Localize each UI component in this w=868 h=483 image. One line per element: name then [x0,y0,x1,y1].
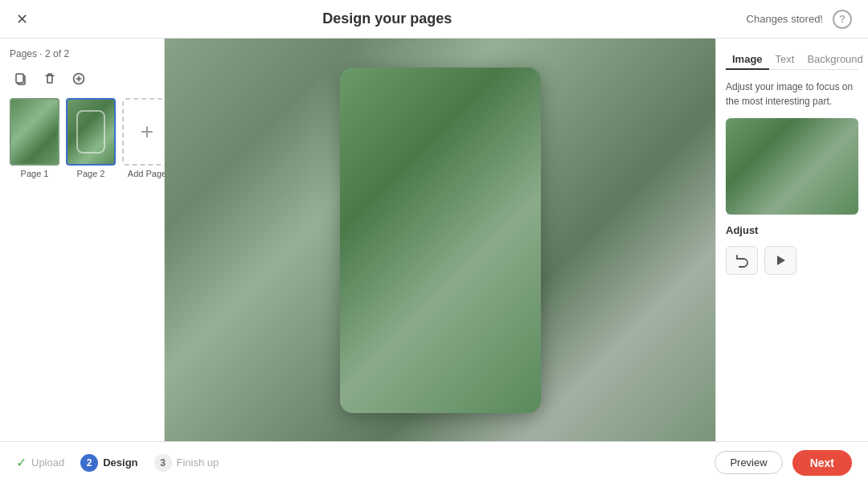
header-right: Changes stored! ? [747,10,852,29]
svg-rect-1 [16,74,23,83]
page-2-thumbnail [66,98,116,166]
header: ✕ Design your pages Changes stored! ? [0,0,868,39]
adjust-label: Adjust [726,224,858,236]
changes-stored-label: Changes stored! [747,13,823,25]
pages-list: Page 1 Page 2 + Add Page [10,98,154,178]
main-content: Pages · 2 of 2 [0,39,868,441]
steps-list: ✓ Upload 2 Design 3 Finish up [16,454,219,472]
page-1-label: Page 1 [21,169,49,178]
tab-image[interactable]: Image [726,50,769,70]
step-finish: 3 Finish up [154,454,219,472]
undo-icon [735,253,749,268]
tab-background[interactable]: Background [800,50,868,70]
plus-circle-icon [72,72,85,85]
help-button[interactable]: ? [833,10,852,29]
canvas-area[interactable] [165,39,715,441]
step-finish-number: 3 [154,454,172,472]
page-2-image [68,100,114,164]
copy-icon [14,72,27,85]
next-button[interactable]: Next [792,450,852,476]
delete-page-button[interactable] [39,68,61,90]
preview-button[interactable]: Preview [714,451,782,474]
bottom-bar: ✓ Upload 2 Design 3 Finish up Preview Ne… [0,441,868,483]
bottom-right-actions: Preview Next [714,450,852,476]
page-1-image [11,100,58,164]
play-icon [773,253,788,268]
copy-page-button[interactable] [10,68,32,90]
tab-text[interactable]: Text [769,50,801,70]
svg-marker-3 [777,256,785,265]
step-design: 2 Design [80,454,137,472]
close-button[interactable]: ✕ [16,12,28,27]
canvas-page[interactable] [340,68,541,413]
adjust-controls [726,246,858,275]
image-preview [726,118,858,215]
image-focus-description: Adjust your image to focus on the most i… [726,80,858,108]
right-panel: Image Text Background Adjust your image … [715,39,868,441]
pages-count-label: Pages · 2 of 2 [10,48,154,59]
add-page-button-top[interactable] [68,68,90,90]
trash-icon [43,72,56,85]
page-2-label: Page 2 [77,169,105,178]
step-upload-label: Upload [31,456,64,469]
play-button[interactable] [764,246,796,275]
left-panel: Pages · 2 of 2 [0,39,165,441]
page-thumb-1[interactable]: Page 1 [10,98,59,178]
add-page-label: Add Page [128,169,166,178]
step-design-number: 2 [80,454,98,472]
page-title: Design your pages [322,10,452,27]
step-upload: ✓ Upload [16,455,64,470]
step-upload-check-icon: ✓ [16,455,27,470]
step-finish-label: Finish up [177,456,219,469]
undo-button[interactable] [726,246,758,275]
page-thumb-2[interactable]: Page 2 [66,98,116,178]
right-tabs: Image Text Background [726,50,858,70]
step-design-label: Design [103,456,137,469]
header-left: ✕ [16,12,28,27]
page-1-thumbnail [10,98,59,166]
page-actions-bar [10,68,154,90]
